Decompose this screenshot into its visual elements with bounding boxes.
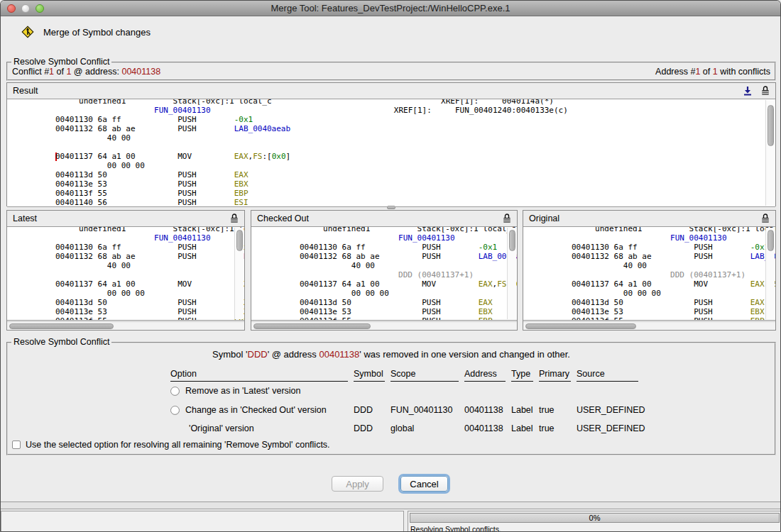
use-for-all-checkbox[interactable] xyxy=(12,440,21,449)
conflict-message: Symbol 'DDD' @ address 00401138' was rem… xyxy=(8,349,775,360)
titlebar[interactable]: Merge Tool: Features_DevTestProject:/Win… xyxy=(1,1,780,16)
primary-cell: true xyxy=(539,405,577,415)
primary-cell: true xyxy=(539,423,577,433)
result-panel: Result xyxy=(6,82,776,206)
remove-latest-radio[interactable] xyxy=(170,387,180,396)
checked-out-vertical-scrollbar[interactable] xyxy=(507,228,516,319)
checked-out-listing[interactable]: undefined1 Stack[-0xc]:1 local_c FUN_004… xyxy=(251,226,517,321)
original-panel: Original undefined1 Stack[-0xc]:1 local_… xyxy=(523,210,776,331)
checked-out-horizontal-scrollbar[interactable] xyxy=(251,321,517,330)
window-title: Merge Tool: Features_DevTestProject:/Win… xyxy=(1,3,780,13)
table-row: Remove as in 'Latest' version xyxy=(170,386,644,396)
original-horizontal-scrollbar[interactable] xyxy=(523,321,775,330)
conflict-group-title: Resolve Symbol Conflict xyxy=(11,57,111,67)
change-checked-out-label: Change as in 'Checked Out' version xyxy=(185,405,327,415)
column-header-scope: Scope xyxy=(390,369,459,382)
column-header-primary: Primary xyxy=(539,369,571,382)
lock-icon[interactable] xyxy=(761,86,770,96)
type-cell: Label xyxy=(511,405,539,415)
result-listing[interactable]: undefined1 Stack[-0xc]:1 local_c XREF[1]… xyxy=(7,99,775,207)
checked-out-hscroll-thumb[interactable] xyxy=(253,323,371,329)
status-right-panel: 0% Resolving Symbol conflicts. xyxy=(408,511,781,532)
original-vertical-scrollbar[interactable] xyxy=(765,228,775,319)
type-cell: Label xyxy=(511,423,539,433)
address-cell: 00401138 xyxy=(464,405,511,415)
latest-vertical-scrollbar[interactable] xyxy=(234,228,244,319)
latest-panel: Latest undefined1 Stack[-0xc]:1 local_c … xyxy=(6,210,245,331)
column-header-symbol: Symbol xyxy=(354,369,385,382)
save-listing-icon[interactable] xyxy=(743,86,753,96)
original-listing[interactable]: undefined1 Stack[-0xc]:1 local_c FUN_004… xyxy=(523,226,775,321)
status-strip xyxy=(1,501,781,509)
source-cell: USER_DEFINED xyxy=(577,423,644,433)
apply-button[interactable]: Apply xyxy=(332,476,383,492)
merge-header-label: Merge of Symbol changes xyxy=(43,27,151,38)
latest-vscroll-thumb[interactable] xyxy=(236,230,243,251)
latest-panel-title: Latest xyxy=(13,214,37,223)
address-counter: Address #1 of 1 with conflicts xyxy=(655,67,770,77)
original-version-label: 'Original' version xyxy=(189,423,254,433)
lock-icon[interactable] xyxy=(761,214,770,223)
result-panel-title: Result xyxy=(13,86,38,96)
merge-tool-window: Merge Tool: Features_DevTestProject:/Win… xyxy=(0,0,781,532)
checked-out-panel: Checked Out undefined1 Stack[-0xc]:1 loc… xyxy=(251,210,518,331)
result-vertical-scrollbar[interactable] xyxy=(765,100,775,206)
resolve-conflict-group: Resolve Symbol Conflict Symbol 'DDD' @ a… xyxy=(6,342,776,455)
cancel-button[interactable]: Cancel xyxy=(400,476,448,492)
column-header-option: Option xyxy=(170,369,348,382)
column-header-type: Type xyxy=(511,369,533,382)
column-header-source: Source xyxy=(577,369,638,382)
splitter-handle[interactable] xyxy=(387,206,395,209)
original-panel-title: Original xyxy=(529,214,559,223)
symbol-cell: DDD xyxy=(354,423,390,433)
table-row: 'Original' version DDD global 00401138 L… xyxy=(170,423,644,433)
original-vscroll-thumb[interactable] xyxy=(768,230,774,251)
address-cell: 00401138 xyxy=(464,423,511,433)
resolve-group-title: Resolve Symbol Conflict xyxy=(11,337,111,347)
use-for-all-label: Use the selected option for resolving al… xyxy=(26,440,330,450)
lock-icon[interactable] xyxy=(230,214,239,223)
checked-out-panel-title: Checked Out xyxy=(257,214,309,223)
conflict-info-group: Resolve Symbol Conflict Conflict #1 of 1… xyxy=(6,62,776,81)
option-table-header: Option Symbol Scope Address Type Primary… xyxy=(170,369,644,382)
status-left-panel xyxy=(1,511,404,532)
conflict-counter: Conflict #1 of 1 @ address: 00401138 xyxy=(12,67,160,77)
latest-hscroll-thumb[interactable] xyxy=(9,323,114,329)
scope-cell: FUN_00401130 xyxy=(390,405,464,415)
change-checked-out-radio[interactable] xyxy=(170,406,180,415)
latest-listing[interactable]: undefined1 Stack[-0xc]:1 local_c FUN_004… xyxy=(7,226,244,321)
merge-sign-icon xyxy=(22,26,33,38)
symbol-cell: DDD xyxy=(354,405,390,415)
lock-icon[interactable] xyxy=(503,214,511,223)
latest-horizontal-scrollbar[interactable] xyxy=(7,321,244,330)
result-vscroll-thumb[interactable] xyxy=(768,105,774,146)
progress-bar: 0% xyxy=(410,513,780,523)
status-message: Resolving Symbol conflicts. xyxy=(410,525,501,532)
scope-cell: global xyxy=(390,423,464,433)
source-cell: USER_DEFINED xyxy=(577,405,644,415)
original-hscroll-thumb[interactable] xyxy=(525,323,636,329)
checked-out-vscroll-thumb[interactable] xyxy=(509,230,515,251)
column-header-address: Address xyxy=(464,369,506,382)
remove-latest-label: Remove as in 'Latest' version xyxy=(185,386,301,396)
table-row: Change as in 'Checked Out' version DDD F… xyxy=(170,405,644,415)
